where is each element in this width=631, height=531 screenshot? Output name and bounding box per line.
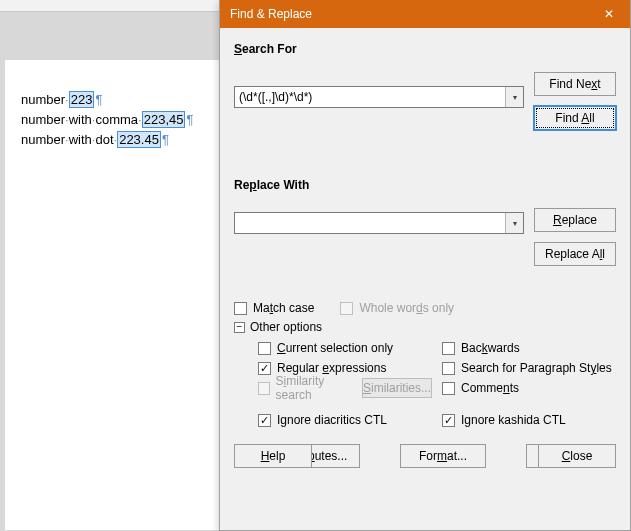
regex-checkbox[interactable]	[258, 362, 271, 375]
other-options-expander[interactable]: − Other options	[234, 320, 616, 334]
backwards-label[interactable]: Backwards	[461, 341, 520, 355]
close-button[interactable]: Close	[538, 444, 616, 468]
ignore-diacritics-checkbox[interactable]	[258, 414, 271, 427]
dialog-title: Find & Replace	[230, 7, 312, 21]
similarity-label: Similarity search	[276, 374, 352, 402]
whole-words-label: Whole words only	[359, 301, 454, 315]
replace-button[interactable]: Replace	[534, 208, 616, 232]
search-for-label: Search For	[234, 42, 616, 56]
replace-input[interactable]	[234, 212, 524, 234]
ignore-diacritics-label[interactable]: Ignore diacritics CTL	[277, 413, 387, 427]
close-icon[interactable]: ✕	[596, 4, 622, 24]
search-input-combo[interactable]: ▾	[234, 86, 524, 108]
paragraph-styles-label[interactable]: Search for Paragraph Styles	[461, 361, 612, 375]
doc-line: number·223¶	[21, 90, 203, 110]
find-match: 223.45	[117, 131, 161, 148]
search-input[interactable]	[234, 86, 524, 108]
paragraph-styles-checkbox[interactable]	[442, 362, 455, 375]
similarity-checkbox	[258, 382, 270, 395]
current-selection-label[interactable]: Current selection only	[277, 341, 393, 355]
find-match: 223	[69, 91, 95, 108]
dialog-titlebar[interactable]: Find & Replace ✕	[220, 0, 630, 28]
minus-icon: −	[234, 322, 245, 333]
document-page[interactable]: number·223¶ number·with·comma·223,45¶ nu…	[5, 60, 219, 530]
find-match: 223,45	[142, 111, 186, 128]
whole-words-checkbox	[340, 302, 353, 315]
comments-checkbox[interactable]	[442, 382, 455, 395]
chevron-down-icon[interactable]: ▾	[505, 87, 523, 107]
chevron-down-icon[interactable]: ▾	[505, 213, 523, 233]
similarities-button: Similarities...	[362, 378, 432, 398]
help-button[interactable]: Help	[234, 444, 312, 468]
find-all-button[interactable]: Find All	[534, 106, 616, 130]
replace-with-label: Replace With	[234, 178, 616, 192]
regex-label[interactable]: Regular expressions	[277, 361, 386, 375]
backwards-checkbox[interactable]	[442, 342, 455, 355]
comments-label[interactable]: Comments	[461, 381, 519, 395]
replace-input-combo[interactable]: ▾	[234, 212, 524, 234]
ignore-kashida-checkbox[interactable]	[442, 414, 455, 427]
match-case-checkbox[interactable]	[234, 302, 247, 315]
find-replace-dialog: Find & Replace ✕ Search For ▾ Find Next …	[219, 0, 631, 531]
ignore-kashida-label[interactable]: Ignore kashida CTL	[461, 413, 566, 427]
doc-line: number·with·dot·223.45¶	[21, 130, 203, 150]
match-case-label[interactable]: Match case	[253, 301, 314, 315]
find-next-button[interactable]: Find Next	[534, 72, 616, 96]
replace-all-button[interactable]: Replace All	[534, 242, 616, 266]
doc-line: number·with·comma·223,45¶	[21, 110, 203, 130]
current-selection-checkbox[interactable]	[258, 342, 271, 355]
